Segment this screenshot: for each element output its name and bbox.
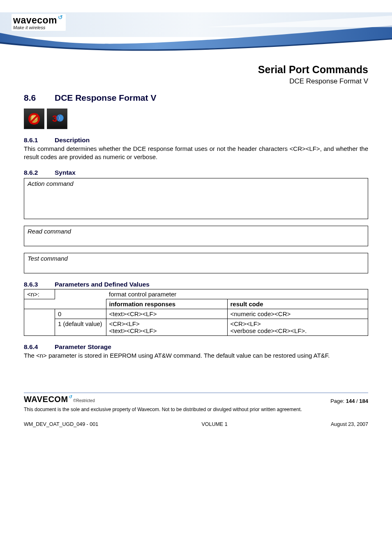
footer-date: August 23, 2007: [331, 421, 368, 427]
page-header: Serial Port Commands DCE Response Format…: [24, 64, 368, 86]
param-key: 1 (default value): [55, 319, 106, 335]
desc-title: Description: [55, 136, 90, 143]
param-name-desc: format control parameter: [106, 289, 368, 299]
storage-heading: 8.6.4Parameter Storage: [24, 343, 368, 351]
col-result: result code: [227, 299, 368, 309]
page-number: Page: 144 / 184: [330, 398, 368, 404]
table-row: <n>: format control parameter: [24, 289, 368, 299]
storage-num: 8.6.4: [24, 343, 55, 351]
desc-num: 8.6.1: [24, 136, 55, 144]
syntax-num: 8.6.2: [24, 169, 55, 176]
action-command-box: Action command: [24, 178, 368, 219]
footer-restricted: ©Restricted: [73, 398, 95, 403]
footer-brand-name: WAVECOM: [24, 395, 68, 404]
brand-logo: wavecom ↺ Make it wireless: [12, 14, 66, 31]
storage-text: The <n> parameter is stored in EEPROM us…: [24, 352, 368, 360]
table-row: information responses result code: [24, 299, 368, 309]
footer-line-1: WAVECOM ↺ ©Restricted Page: 144 / 184: [24, 395, 368, 404]
syntax-title: Syntax: [55, 169, 76, 176]
params-num: 8.6.3: [24, 281, 55, 288]
status-icons: 3: [24, 109, 368, 129]
section-title: DCE Response Format V: [55, 93, 156, 102]
footer-volume: VOLUME 1: [201, 421, 227, 427]
brand-swirl-icon: ↺: [58, 14, 63, 21]
test-command-label: Test command: [28, 255, 68, 262]
desc-text: This command determines whether the DCE …: [24, 145, 368, 162]
read-command-box: Read command: [24, 226, 368, 246]
brand-name: wavecom: [13, 15, 57, 26]
col-info: information responses: [106, 299, 227, 309]
storage-title: Parameter Storage: [55, 343, 111, 350]
footer-disclaimer: This document is the sole and exclusive …: [24, 407, 368, 412]
page-subtitle: DCE Response Format V: [24, 77, 368, 86]
param-name: <n>:: [24, 289, 55, 299]
footer-brand-block: WAVECOM ↺ ©Restricted: [24, 395, 95, 404]
param-result: <numeric code><CR>: [227, 309, 368, 319]
table-row: 0 <text><CR><LF> <numeric code><CR>: [24, 309, 368, 319]
footer-separator: [24, 393, 368, 393]
read-command-label: Read command: [28, 228, 71, 235]
page-title: Serial Port Commands: [24, 64, 368, 76]
footer-swirl-icon: ↺: [69, 394, 73, 400]
param-key: 0: [55, 309, 106, 319]
table-row: 1 (default value) <CR><LF> <text><CR><LF…: [24, 319, 368, 335]
section-heading: 8.6DCE Response Format V: [24, 93, 368, 103]
params-title: Parameters and Defined Values: [55, 281, 150, 288]
footer-line-3: WM_DEV_OAT_UGD_049 - 001 VOLUME 1 August…: [24, 421, 368, 427]
syntax-heading: 8.6.2Syntax: [24, 169, 368, 176]
action-command-label: Action command: [28, 180, 74, 187]
three-g-icon: 3: [47, 109, 67, 129]
section-num: 8.6: [24, 93, 55, 103]
footer-doc-id: WM_DEV_OAT_UGD_049 - 001: [24, 421, 98, 427]
params-heading: 8.6.3Parameters and Defined Values: [24, 281, 368, 288]
test-command-box: Test command: [24, 253, 368, 273]
desc-heading: 8.6.1Description: [24, 136, 368, 144]
params-table: <n>: format control parameter informatio…: [24, 289, 368, 336]
param-info: <text><CR><LF>: [106, 309, 227, 319]
no-sim-icon: [24, 109, 44, 129]
top-banner: wavecom ↺ Make it wireless: [0, 12, 392, 51]
param-result: <CR><LF> <verbose code><CR><LF>.: [227, 319, 368, 335]
param-info: <CR><LF> <text><CR><LF>: [106, 319, 227, 335]
